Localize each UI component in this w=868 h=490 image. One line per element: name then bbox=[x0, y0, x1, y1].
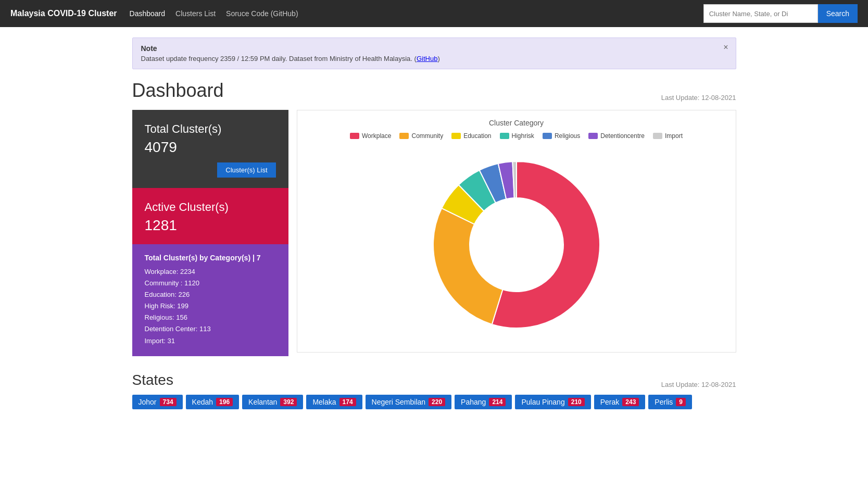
chart-title: Cluster Category bbox=[489, 119, 544, 127]
dashboard-header: Dashboard Last Update: 12-08-2021 bbox=[132, 80, 736, 102]
dashboard-row: Total Cluster(s) 4079 Cluster(s) List Ac… bbox=[132, 110, 736, 356]
donut-chart-wrap bbox=[418, 146, 615, 344]
dashboard-last-update: Last Update: 12-08-2021 bbox=[661, 94, 736, 102]
state-name: Kedah bbox=[192, 398, 213, 406]
clusters-list-button[interactable]: Cluster(s) List bbox=[217, 162, 275, 178]
total-clusters-value: 4079 bbox=[145, 139, 276, 156]
state-badge[interactable]: Perak243 bbox=[594, 395, 646, 409]
state-count: 734 bbox=[160, 398, 177, 406]
category-item: Community : 1120 bbox=[145, 278, 276, 289]
legend-label: Highrisk bbox=[512, 132, 534, 140]
total-clusters-card: Total Cluster(s) 4079 Cluster(s) List bbox=[132, 110, 288, 188]
state-name: Melaka bbox=[312, 398, 336, 406]
legend-item: Highrisk bbox=[500, 132, 534, 140]
state-name: Perak bbox=[600, 398, 620, 406]
state-count: 174 bbox=[339, 398, 356, 406]
chart-legend: WorkplaceCommunityEducationHighriskRelig… bbox=[350, 132, 683, 140]
legend-item: Workplace bbox=[350, 132, 391, 140]
note-close-button[interactable]: × bbox=[723, 43, 728, 52]
navbar: Malaysia COVID-19 Cluster Dashboard Clus… bbox=[0, 0, 868, 27]
legend-color bbox=[543, 133, 552, 139]
legend-label: Import bbox=[665, 132, 683, 140]
state-count: 9 bbox=[676, 398, 686, 406]
legend-item: Community bbox=[399, 132, 443, 140]
state-count: 196 bbox=[216, 398, 233, 406]
state-badge[interactable]: Pulau Pinang210 bbox=[515, 395, 590, 409]
legend-label: Community bbox=[411, 132, 443, 140]
state-name: Perlis bbox=[655, 398, 673, 406]
legend-color bbox=[451, 133, 461, 139]
state-badge[interactable]: Pahang214 bbox=[455, 395, 512, 409]
state-badge[interactable]: Melaka174 bbox=[306, 395, 362, 409]
states-badges: Johor734Kedah196Kelantan392Melaka174Nege… bbox=[132, 395, 736, 409]
categories-card: Total Cluster(s) by Category(s) | 7 Work… bbox=[132, 244, 288, 356]
note-title: Note bbox=[141, 44, 727, 53]
legend-color bbox=[500, 133, 509, 139]
state-badge[interactable]: Kelantan392 bbox=[242, 395, 303, 409]
category-item: Religious: 156 bbox=[145, 312, 276, 323]
state-name: Pulau Pinang bbox=[521, 398, 564, 406]
legend-color bbox=[350, 133, 359, 139]
state-badge[interactable]: Perlis9 bbox=[648, 395, 692, 409]
state-count: 214 bbox=[489, 398, 506, 406]
search-button[interactable]: Search bbox=[818, 4, 858, 23]
category-item: Detention Center: 113 bbox=[145, 323, 276, 335]
note-text: Dataset update frequency 2359 / 12:59 PM… bbox=[141, 55, 727, 62]
navbar-links: Dashboard Clusters List Soruce Code (Git… bbox=[130, 9, 691, 18]
state-count: 220 bbox=[429, 398, 445, 406]
nav-link-clusters-list[interactable]: Clusters List bbox=[175, 9, 216, 18]
states-title: States bbox=[132, 372, 173, 388]
note-banner: Note Dataset update frequency 2359 / 12:… bbox=[132, 37, 736, 69]
legend-item: Import bbox=[653, 132, 683, 140]
categories-title: Total Cluster(s) by Category(s) | 7 bbox=[145, 254, 276, 262]
nav-link-dashboard[interactable]: Dashboard bbox=[130, 9, 166, 18]
note-text-after: ) bbox=[437, 55, 439, 62]
category-item: High Risk: 199 bbox=[145, 300, 276, 312]
note-github-link[interactable]: GitHub bbox=[417, 55, 437, 62]
legend-label: Workplace bbox=[362, 132, 391, 140]
legend-item: Detentioncentre bbox=[588, 132, 645, 140]
state-name: Johor bbox=[139, 398, 157, 406]
legend-color bbox=[653, 133, 662, 139]
legend-label: Education bbox=[463, 132, 491, 140]
state-badge[interactable]: Johor734 bbox=[132, 395, 183, 409]
navbar-search: Search bbox=[703, 4, 858, 23]
active-clusters-value: 1281 bbox=[145, 217, 276, 234]
chart-column: Cluster Category WorkplaceCommunityEduca… bbox=[297, 110, 736, 353]
navbar-brand: Malaysia COVID-19 Cluster bbox=[10, 9, 117, 18]
legend-label: Religious bbox=[555, 132, 580, 140]
category-item: Import: 31 bbox=[145, 335, 276, 347]
legend-label: Detentioncentre bbox=[600, 132, 645, 140]
state-name: Pahang bbox=[461, 398, 486, 406]
donut-chart bbox=[418, 146, 615, 344]
active-clusters-card: Active Cluster(s) 1281 bbox=[132, 188, 288, 244]
note-text-before: Dataset update frequency 2359 / 12:59 PM… bbox=[141, 55, 417, 62]
cards-column: Total Cluster(s) 4079 Cluster(s) List Ac… bbox=[132, 110, 288, 356]
total-clusters-label: Total Cluster(s) bbox=[145, 122, 276, 136]
legend-color bbox=[399, 133, 409, 139]
categories-list: Workplace: 2234Community : 1120Education… bbox=[145, 266, 276, 347]
nav-link-source-code[interactable]: Soruce Code (GitHub) bbox=[226, 9, 298, 18]
donut-segment bbox=[433, 208, 502, 324]
category-item: Workplace: 2234 bbox=[145, 266, 276, 278]
legend-item: Education bbox=[451, 132, 491, 140]
state-badge[interactable]: Negeri Sembilan220 bbox=[366, 395, 452, 409]
state-badge[interactable]: Kedah196 bbox=[186, 395, 240, 409]
state-count: 210 bbox=[568, 398, 585, 406]
active-clusters-label: Active Cluster(s) bbox=[145, 200, 276, 214]
state-name: Negeri Sembilan bbox=[372, 398, 426, 406]
states-header: States Last Update: 12-08-2021 bbox=[132, 372, 736, 388]
state-name: Kelantan bbox=[248, 398, 277, 406]
legend-item: Religious bbox=[543, 132, 580, 140]
main-content: Note Dataset update frequency 2359 / 12:… bbox=[122, 37, 747, 409]
state-count: 243 bbox=[622, 398, 639, 406]
category-item: Education: 226 bbox=[145, 289, 276, 300]
state-count: 392 bbox=[280, 398, 297, 406]
dashboard-title: Dashboard bbox=[132, 80, 224, 102]
legend-color bbox=[588, 133, 598, 139]
search-input[interactable] bbox=[703, 4, 818, 23]
states-last-update: Last Update: 12-08-2021 bbox=[661, 381, 736, 388]
